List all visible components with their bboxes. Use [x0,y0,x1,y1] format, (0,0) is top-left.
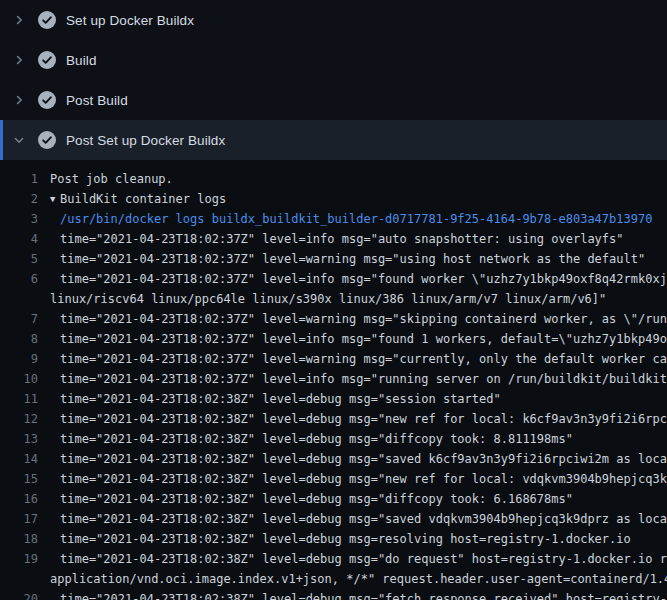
log-rows: 1Post job cleanup.2▼BuildKit container l… [0,169,667,600]
log-text: time="2021-04-23T18:02:38Z" level=debug … [60,549,667,569]
log-viewer: 1Post job cleanup.2▼BuildKit container l… [0,160,667,600]
chevron-down-icon [12,133,26,147]
line-number-link[interactable]: 13 [0,429,38,449]
log-text: time="2021-04-23T18:02:38Z" level=debug … [60,469,667,489]
log-text: time="2021-04-23T18:02:38Z" level=debug … [60,389,501,409]
line-number-link[interactable]: 18 [0,529,38,549]
log-text: BuildKit container logs [60,189,226,209]
log-text: time="2021-04-23T18:02:38Z" level=debug … [60,589,667,600]
chevron-right-icon [12,53,26,67]
line-number-link[interactable]: 15 [0,469,38,489]
line-number-link[interactable]: 3 [0,209,38,229]
log-text: time="2021-04-23T18:02:38Z" level=debug … [60,409,667,429]
line-number-spacer [0,569,38,589]
line-number-link[interactable]: 1 [0,169,38,189]
log-text: time="2021-04-23T18:02:37Z" level=warnin… [60,249,645,269]
log-line: 1Post job cleanup. [0,169,667,189]
line-number-link[interactable]: 16 [0,489,38,509]
line-number-link[interactable]: 6 [0,269,38,289]
log-line: 20time="2021-04-23T18:02:38Z" level=debu… [0,589,667,600]
log-line: 10time="2021-04-23T18:02:37Z" level=info… [0,369,667,389]
log-line: 8time="2021-04-23T18:02:37Z" level=info … [0,329,667,349]
line-number-spacer [0,289,38,309]
line-number-link[interactable]: 12 [0,409,38,429]
log-text: time="2021-04-23T18:02:37Z" level=warnin… [60,349,667,369]
log-text: Post job cleanup. [50,169,173,189]
line-number-link[interactable]: 9 [0,349,38,369]
step-title: Post Build [66,93,128,108]
log-text: time="2021-04-23T18:02:37Z" level=info m… [60,369,667,389]
log-line: 9time="2021-04-23T18:02:37Z" level=warni… [0,349,667,369]
log-text: time="2021-04-23T18:02:37Z" level=warnin… [60,309,667,329]
log-line: 12time="2021-04-23T18:02:38Z" level=debu… [0,409,667,429]
log-line-continuation: linux/riscv64 linux/ppc64le linux/s390x … [0,289,667,309]
group-collapse-triangle-icon[interactable]: ▼ [50,189,60,209]
line-number-link[interactable]: 4 [0,229,38,249]
step-post-build[interactable]: Post Build [0,80,667,120]
check-circle-icon [38,51,56,69]
check-circle-icon [38,11,56,29]
check-circle-icon [38,131,56,149]
log-text: time="2021-04-23T18:02:37Z" level=info m… [60,269,667,289]
line-number-link[interactable]: 17 [0,509,38,529]
log-line: 2▼BuildKit container logs [0,189,667,209]
log-text: linux/riscv64 linux/ppc64le linux/s390x … [50,289,606,309]
step-title: Build [66,53,97,68]
actions-log-viewer: Set up Docker Buildx Build Post Build [0,0,667,600]
chevron-right-icon [12,13,26,27]
log-line: 3/usr/bin/docker logs buildx_buildkit_bu… [0,209,667,229]
command-text: /usr/bin/docker logs buildx_buildkit_bui… [60,209,652,229]
log-line: 19time="2021-04-23T18:02:38Z" level=debu… [0,549,667,569]
line-number-link[interactable]: 7 [0,309,38,329]
step-title: Set up Docker Buildx [66,13,194,28]
line-number-link[interactable]: 14 [0,449,38,469]
step-set-up-docker-buildx[interactable]: Set up Docker Buildx [0,0,667,40]
line-number-link[interactable]: 8 [0,329,38,349]
log-text: time="2021-04-23T18:02:38Z" level=debug … [60,489,573,509]
log-line: 15time="2021-04-23T18:02:38Z" level=debu… [0,469,667,489]
log-text: time="2021-04-23T18:02:38Z" level=debug … [60,449,667,469]
check-circle-icon [38,91,56,109]
log-text: time="2021-04-23T18:02:38Z" level=debug … [60,509,667,529]
step-build[interactable]: Build [0,40,667,80]
log-text: application/vnd.oci.image.index.v1+json,… [50,569,667,589]
log-line: 7time="2021-04-23T18:02:37Z" level=warni… [0,309,667,329]
log-line: 14time="2021-04-23T18:02:38Z" level=debu… [0,449,667,469]
log-line: 17time="2021-04-23T18:02:38Z" level=debu… [0,509,667,529]
log-line: 11time="2021-04-23T18:02:38Z" level=debu… [0,389,667,409]
log-text: time="2021-04-23T18:02:37Z" level=info m… [60,329,667,349]
log-line: 6time="2021-04-23T18:02:37Z" level=info … [0,269,667,289]
step-title: Post Set up Docker Buildx [66,133,225,148]
steps-list: Set up Docker Buildx Build Post Build [0,0,667,160]
log-text: time="2021-04-23T18:02:38Z" level=debug … [60,529,631,549]
log-line: 16time="2021-04-23T18:02:38Z" level=debu… [0,489,667,509]
line-number-link[interactable]: 11 [0,389,38,409]
line-number-link[interactable]: 10 [0,369,38,389]
step-post-set-up-docker-buildx[interactable]: Post Set up Docker Buildx [0,120,667,160]
log-line: 5time="2021-04-23T18:02:37Z" level=warni… [0,249,667,269]
log-line: 18time="2021-04-23T18:02:38Z" level=debu… [0,529,667,549]
line-number-link[interactable]: 20 [0,589,38,600]
chevron-right-icon [12,93,26,107]
line-number-link[interactable]: 5 [0,249,38,269]
line-number-link[interactable]: 19 [0,549,38,569]
log-line: 4time="2021-04-23T18:02:37Z" level=info … [0,229,667,249]
line-number-link[interactable]: 2 [0,189,38,209]
log-line: 13time="2021-04-23T18:02:38Z" level=debu… [0,429,667,449]
log-text: time="2021-04-23T18:02:37Z" level=info m… [60,229,624,249]
log-line-continuation: application/vnd.oci.image.index.v1+json,… [0,569,667,589]
log-text: time="2021-04-23T18:02:38Z" level=debug … [60,429,573,449]
